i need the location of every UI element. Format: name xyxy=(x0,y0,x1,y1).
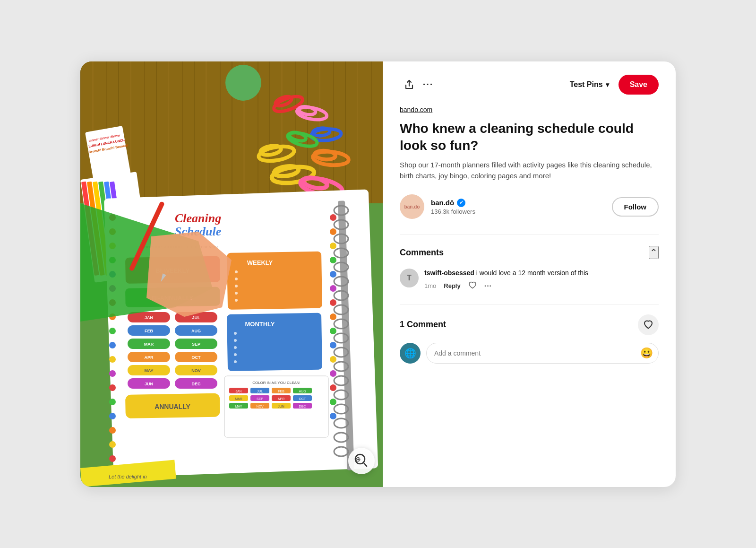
add-comment-row: 🌐 😀 xyxy=(400,343,659,364)
globe-icon: 🌐 xyxy=(404,348,416,359)
svg-text:COLOR IN AS YOU CLEAN!: COLOR IN AS YOU CLEAN! xyxy=(252,381,301,385)
svg-point-106 xyxy=(234,360,237,363)
svg-point-76 xyxy=(330,257,336,263)
source-link[interactable]: bando.com xyxy=(400,106,659,113)
svg-text:DEC: DEC xyxy=(191,382,201,386)
svg-text:Cleaning: Cleaning xyxy=(175,211,221,225)
chevron-down-icon: ▾ xyxy=(606,81,609,88)
board-select-button[interactable]: Test Pins ▾ xyxy=(564,77,615,93)
svg-point-84 xyxy=(330,370,336,377)
pin-image-panel: dinner dinner dinner LUNCH LUNCH LUNCH B… xyxy=(80,61,383,487)
svg-text:SEP: SEP xyxy=(257,397,263,400)
comments-header: Comments ⌃ xyxy=(400,234,659,259)
comment-avatar: T xyxy=(400,269,419,287)
pin-detail-panel: ··· Test Pins ▾ Save bando.com Who knew … xyxy=(383,61,676,487)
svg-point-165 xyxy=(348,448,375,474)
more-options-button[interactable]: ··· xyxy=(419,75,438,94)
creator-avatar[interactable]: ban.dō xyxy=(400,194,424,219)
creator-row: ban.dō ban.dō ✓ 136.3k followers Follow xyxy=(400,194,659,219)
svg-rect-91 xyxy=(227,251,322,309)
svg-point-78 xyxy=(330,285,336,292)
svg-point-73 xyxy=(330,214,336,221)
verified-badge: ✓ xyxy=(457,199,465,207)
bottom-bar: 1 Comment xyxy=(400,304,659,335)
svg-point-103 xyxy=(234,339,237,342)
svg-text:APR: APR xyxy=(144,355,154,360)
follow-button[interactable]: Follow xyxy=(612,197,659,217)
emoji-icon: 😀 xyxy=(640,347,653,359)
creator-name[interactable]: ban.dō xyxy=(431,199,454,207)
svg-point-95 xyxy=(235,285,238,287)
comment-item: T tswift-obsessed i would love a 12 mont… xyxy=(400,269,659,291)
comment-count: 1 Comment xyxy=(400,320,446,330)
user-avatar: 🌐 xyxy=(400,343,421,364)
svg-text:SEP: SEP xyxy=(192,342,200,347)
save-heart-button[interactable] xyxy=(638,314,659,335)
svg-text:FEB: FEB xyxy=(278,390,284,393)
reply-button[interactable]: Reply xyxy=(444,282,460,289)
svg-text:MONTHLY: MONTHLY xyxy=(245,321,275,328)
comment-avatar-letter: T xyxy=(407,274,412,282)
svg-point-97 xyxy=(235,299,238,302)
creator-name-row: ban.dō ✓ xyxy=(431,199,605,207)
svg-text:OCT: OCT xyxy=(299,397,307,400)
svg-point-102 xyxy=(234,332,237,335)
svg-point-51 xyxy=(109,427,116,434)
svg-point-53 xyxy=(109,455,116,462)
emoji-button[interactable]: 😀 xyxy=(640,347,653,359)
svg-point-47 xyxy=(109,370,116,377)
svg-text:APR: APR xyxy=(278,397,284,400)
svg-text:MAY: MAY xyxy=(144,368,153,373)
svg-point-45 xyxy=(109,342,116,348)
svg-point-52 xyxy=(109,441,116,448)
svg-point-50 xyxy=(109,413,116,419)
creator-followers: 136.3k followers xyxy=(431,208,605,215)
svg-point-80 xyxy=(330,313,336,320)
svg-text:JAN: JAN xyxy=(235,390,241,393)
svg-text:MAR: MAR xyxy=(235,397,242,400)
avatar-text: ban.dō xyxy=(404,204,420,209)
svg-text:MAY: MAY xyxy=(235,405,242,408)
svg-text:AUG: AUG xyxy=(299,390,306,393)
creator-info: ban.dō ✓ 136.3k followers xyxy=(431,199,605,215)
comment-more-icon: ··· xyxy=(484,282,492,290)
svg-text:JUL: JUL xyxy=(257,390,263,393)
pin-detail-card: dinner dinner dinner LUNCH LUNCH LUNCH B… xyxy=(80,61,676,487)
save-button[interactable]: Save xyxy=(619,75,659,95)
svg-point-93 xyxy=(235,270,238,273)
svg-point-85 xyxy=(330,384,336,391)
more-icon: ··· xyxy=(423,79,434,90)
svg-point-105 xyxy=(234,353,237,356)
svg-point-75 xyxy=(330,243,336,249)
svg-point-82 xyxy=(330,342,336,348)
svg-point-81 xyxy=(330,328,336,334)
share-button[interactable] xyxy=(400,75,419,94)
svg-text:NOV: NOV xyxy=(256,405,264,408)
comment-author[interactable]: tswift-obsessed xyxy=(424,269,474,277)
comment-like-button[interactable] xyxy=(468,281,477,291)
svg-point-96 xyxy=(235,292,238,295)
add-comment-input[interactable] xyxy=(426,343,659,364)
collapse-comments-button[interactable]: ⌃ xyxy=(649,246,659,259)
comment-content: i would love a 12 month version of this xyxy=(476,269,588,277)
svg-text:JUN: JUN xyxy=(145,382,153,386)
svg-text:⊕: ⊕ xyxy=(355,455,361,463)
comments-title: Comments xyxy=(400,248,444,258)
svg-text:ANNUALLY: ANNUALLY xyxy=(155,403,190,410)
svg-text:JUN: JUN xyxy=(278,405,284,408)
svg-point-94 xyxy=(235,278,238,280)
board-name: Test Pins xyxy=(570,80,603,89)
svg-text:JUL: JUL xyxy=(192,315,200,320)
svg-point-44 xyxy=(109,328,116,334)
svg-point-79 xyxy=(330,299,336,306)
comment-more-button[interactable]: ··· xyxy=(484,282,492,290)
comment-actions: 1mo Reply ··· xyxy=(424,281,659,291)
svg-point-87 xyxy=(330,413,336,419)
svg-point-46 xyxy=(109,356,116,363)
svg-text:OCT: OCT xyxy=(192,355,201,360)
svg-text:Let the delight in: Let the delight in xyxy=(109,474,147,479)
svg-point-74 xyxy=(330,228,336,235)
pin-title: Who knew a cleaning schedule could look … xyxy=(400,120,659,155)
svg-text:JAN: JAN xyxy=(145,315,153,320)
comment-time: 1mo xyxy=(424,282,436,289)
